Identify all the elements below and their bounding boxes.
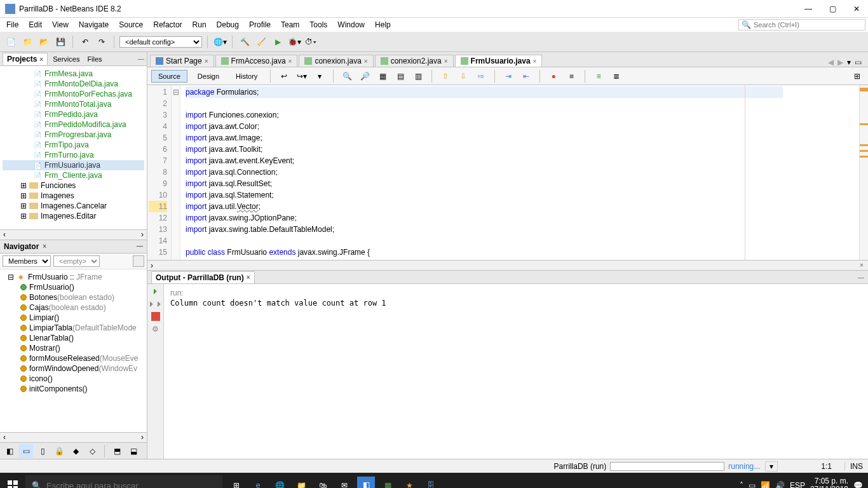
menu-help[interactable]: Help [371,19,395,30]
history-mode-tab[interactable]: History [229,71,264,82]
folder-item[interactable]: ⊞Imagenes.Cancelar [3,201,144,211]
tab-files[interactable]: Files [83,54,105,64]
file-item[interactable]: 📄FrmPedido.java [3,109,144,119]
ed-btn-rec[interactable]: ● [546,69,560,83]
menu-navigate[interactable]: Navigate [75,19,112,30]
file-item[interactable]: 📄Frm_Cliente.java [3,170,144,180]
tab-services[interactable]: Services [49,54,83,64]
menu-edit[interactable]: Edit [25,19,46,30]
file-item[interactable]: 📄FrmTipo.java [3,140,144,150]
wifi-icon[interactable]: 📶 [761,481,770,488]
tab-nav-back-icon[interactable]: ◀ [828,58,834,67]
ed-btn-comment[interactable]: ≡ [592,69,606,83]
ed-btn-find[interactable]: 🔍 [340,69,354,83]
tab-dropdown-icon[interactable]: ▾ [847,58,851,67]
menu-refactor[interactable]: Refactor [149,19,186,30]
debug-button[interactable]: 🐞▾ [287,35,301,49]
menu-view[interactable]: View [48,19,72,30]
editor-tab[interactable]: conexion2.java× [375,55,454,67]
file-item[interactable]: 📄FrmMontoTotal.java [3,99,144,109]
close-tab-icon[interactable]: × [364,58,368,65]
minimize-pane-icon[interactable]: — [858,274,864,281]
notifications-icon[interactable]: 💬 [853,481,863,488]
menu-source[interactable]: Source [115,19,147,30]
global-search[interactable]: 🔍 [738,19,865,30]
nav-root[interactable]: ⊟◆FrmUsuario :: JFrame [3,272,144,282]
nav-method[interactable]: Botones(boolean estado) [3,292,144,302]
ed-btn-hilite[interactable]: ▦ [376,69,390,83]
battery-icon[interactable]: ▭ [749,481,756,488]
ed-btn-dn[interactable]: ⇩ [456,69,470,83]
editor-tab[interactable]: conexion.java× [299,55,373,67]
nav-btn-2[interactable]: ▭ [19,444,33,458]
file-item[interactable]: 📄FrmTurno.java [3,150,144,160]
build-button[interactable]: 🌐▾ [213,35,227,49]
chrome-icon[interactable]: 🌐 [271,477,288,488]
close-tab-icon[interactable]: × [533,58,537,65]
navigator-scroll-h[interactable]: ‹› [0,432,147,442]
mail-icon[interactable]: ✉ [336,477,353,488]
menu-run[interactable]: Run [189,19,210,30]
close-icon[interactable]: × [43,243,46,250]
folder-item[interactable]: ⊞Imagenes.Editar [3,211,144,221]
output-text[interactable]: run: Column count doesn't match value co… [164,284,868,459]
file-item[interactable]: 📄FrmUsuario.java [3,160,144,170]
editor-tab[interactable]: FrmUsuario.java× [455,55,543,67]
ed-btn-nav[interactable]: ⇨ [474,69,488,83]
ed-btn-outdent[interactable]: ⇤ [519,69,533,83]
code-editor[interactable]: 123456789101112131415161718 ⊟ package Fo… [147,85,868,260]
navigator-mode-select[interactable]: Members [3,255,51,267]
close-icon[interactable]: × [39,56,43,63]
expand-icon[interactable]: ⊞ [20,201,27,210]
clean-build-button[interactable]: 🧹 [254,35,268,49]
undo-button[interactable]: ↶ [78,35,92,49]
ed-btn-wrap[interactable]: ▤ [393,69,407,83]
ed-btn-uncomment[interactable]: ≣ [609,69,623,83]
out-rerun-icon[interactable]: ⏵⏵ [148,299,163,308]
expand-icon[interactable]: ⊞ [20,212,27,220]
close-tab-icon[interactable]: × [444,58,448,65]
close-tab-icon[interactable]: × [205,58,208,65]
open-button[interactable]: 📂 [37,35,51,49]
source-mode-tab[interactable]: Source [151,70,187,83]
nav-method[interactable]: formWindowOpened(WindowEv [3,363,144,374]
new-file-button[interactable]: 📄 [4,35,18,49]
netbeans-icon[interactable]: ◧ [357,477,375,488]
taskbar-search[interactable]: 🔍 [25,475,222,488]
folder-item[interactable]: ⊞Imagenes [3,191,144,201]
nav-method[interactable]: Limpiar() [3,313,144,323]
close-tab-icon[interactable]: × [288,58,292,65]
ed-btn-up[interactable]: ⇧ [438,69,452,83]
ed-btn-findprev[interactable]: 🔎 [358,69,372,83]
nav-method[interactable]: Mostrar() [3,343,144,353]
start-button[interactable] [5,478,20,488]
nav-method[interactable]: LimpiarTabla(DefaultTableMode [3,323,144,333]
nav-method[interactable]: FrmUsuario() [3,282,144,292]
app-icon-4[interactable]: 🗄 [422,477,440,488]
projects-tree[interactable]: 📄FrmMesa.java📄FrmMontoDelDia.java📄FrmMon… [0,66,147,229]
editor-close-icon[interactable]: × [855,262,868,269]
nav-method[interactable]: formMouseReleased(MouseEve [3,353,144,363]
out-settings-icon[interactable]: ⚙ [152,325,159,334]
nav-btn-6[interactable]: ◇ [85,444,99,458]
tab-nav-fwd-icon[interactable]: ▶ [837,58,843,67]
minimize-pane-icon[interactable]: — [138,55,144,62]
nav-method[interactable]: initComponents() [3,384,144,394]
menu-profile[interactable]: Profile [245,19,275,30]
tab-projects[interactable]: Projects× [3,53,48,65]
ed-btn-stop[interactable]: ■ [564,69,578,83]
navigator-tree[interactable]: ⊟◆FrmUsuario :: JFrameFrmUsuario()Botone… [0,269,147,433]
ed-btn-split[interactable]: ⊞ [850,69,864,83]
nav-btn-8[interactable]: ⬓ [126,444,140,458]
file-item[interactable]: 📄FrmPedidoModifica.java [3,119,144,130]
hammer-button[interactable]: 🔨 [238,35,252,49]
minimize-button[interactable]: — [802,4,815,13]
navigator-settings-icon[interactable] [133,255,144,267]
nav-method[interactable]: Cajas(boolean estado) [3,302,144,313]
ed-btn-sel[interactable]: ▾ [313,69,327,83]
nav-btn-3[interactable]: ▯ [36,444,50,458]
collapse-icon[interactable]: ⊟ [8,273,14,281]
app-icon-3[interactable]: ★ [400,477,418,488]
editor-tab[interactable]: Start Page× [150,55,214,67]
language-indicator[interactable]: ESP [790,481,805,488]
